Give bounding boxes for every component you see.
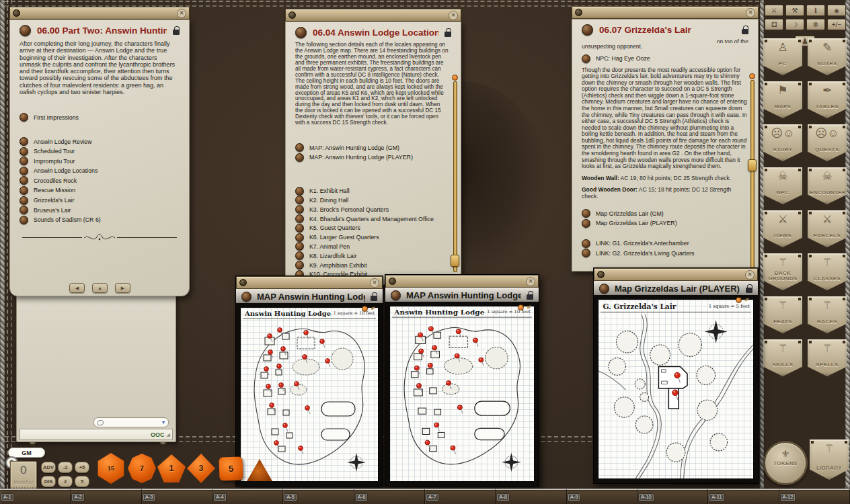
lock-icon[interactable] — [445, 32, 451, 37]
map-link[interactable]: Map Grizzeldas Lair (PLAYER) — [582, 219, 748, 228]
story-link[interactable]: Sounds of Sadism (CR 6) — [20, 216, 180, 224]
library-button[interactable]: ⚚ LIBRARY — [810, 439, 849, 480]
link-bullet-icon[interactable] — [295, 205, 304, 214]
hotkey-slot[interactable]: A-4 — [212, 489, 283, 504]
d12-die[interactable]: 7 — [128, 454, 156, 483]
close-icon[interactable]: ✕ — [177, 9, 186, 18]
link-bullet-icon[interactable] — [295, 196, 304, 204]
link-bullet-icon[interactable] — [20, 206, 28, 214]
hotkey-slot[interactable]: A-1 — [0, 489, 71, 504]
story-link[interactable]: K6. Larger Guest Quarters — [295, 233, 451, 242]
close-icon[interactable]: ✕ — [526, 277, 535, 286]
link-bullet-icon[interactable] — [582, 219, 590, 228]
toolbar-button[interactable]: ⚃ — [765, 19, 783, 30]
story-link[interactable]: K3. Brock's Personal Quarters — [295, 205, 451, 214]
chat-dropdown-caret-icon[interactable]: ▾ — [162, 420, 165, 425]
story-link[interactable]: Scheduled Tour — [20, 147, 180, 156]
link-bullet-icon[interactable] — [295, 242, 304, 251]
map-canvas[interactable]: Answin Hunting Lodge 1 square = 10 feet — [390, 306, 534, 481]
story-link[interactable]: K8. Lizardfolk Lair — [295, 251, 451, 260]
hotkey-slot[interactable]: A-9 — [567, 489, 638, 504]
scroll-pin-icon[interactable] — [749, 73, 755, 79]
close-icon[interactable]: ✕ — [449, 11, 458, 20]
story-link[interactable]: First Impressions — [20, 113, 180, 122]
story-shortcut-icon[interactable] — [582, 24, 593, 36]
story-link[interactable]: K1. Exhibit Hall — [295, 187, 451, 196]
story-link[interactable]: Rescue Mission — [20, 186, 180, 195]
sidebar-banner-button[interactable]: ♙ PC — [763, 38, 802, 75]
scrollbar-track[interactable] — [750, 80, 755, 268]
pointer-pin-icon[interactable] — [736, 297, 742, 303]
toolbar-button[interactable]: +/− — [827, 19, 846, 30]
draw-quill-icon[interactable]: ✒ — [369, 304, 377, 312]
scrollbar-thumb[interactable] — [748, 159, 757, 171]
lock-icon[interactable] — [527, 294, 533, 300]
sidebar-banner-button[interactable]: ✎ NOTES — [808, 38, 847, 75]
story-link[interactable]: K7. Animal Pen — [295, 242, 451, 251]
sidebar-banner-button[interactable]: ⚑ MAPS — [763, 81, 802, 118]
pointer-pin-icon[interactable] — [362, 306, 368, 312]
window-menu-icon[interactable] — [13, 9, 20, 17]
story-link[interactable]: K9. Amphibian Exhibit — [295, 261, 451, 269]
link-bullet-icon[interactable] — [20, 167, 28, 175]
sidebar-banner-button[interactable]: ⚚ SKILLS — [763, 339, 802, 376]
link-bullet-icon[interactable] — [20, 216, 28, 224]
draw-quill-icon[interactable]: ✒ — [525, 303, 533, 311]
story-link[interactable]: Bruseus's Lair — [20, 206, 180, 214]
link-bullet-icon[interactable] — [295, 251, 304, 260]
hotkey-slot[interactable]: A-11 — [708, 489, 779, 504]
scrollbar-thumb[interactable] — [451, 255, 459, 267]
window-titlebar[interactable]: ✕ — [236, 276, 383, 289]
story-link[interactable]: Answin Lodge Review — [20, 137, 180, 146]
modifier-button[interactable]: DIS — [41, 476, 56, 487]
link-bullet-icon[interactable] — [582, 249, 590, 257]
sidebar-banner-button[interactable]: ⚚ RACES — [808, 296, 847, 333]
map-canvas[interactable]: G. Grizzelda's Lair 1 square = 5 feet — [598, 300, 753, 478]
link-bullet-icon[interactable] — [582, 209, 590, 218]
sidebar-banner-button[interactable]: ☠ ENCOUNTERS — [808, 167, 847, 204]
modifier-button[interactable]: 5 — [75, 476, 89, 487]
map-link[interactable]: Map Grizzeldas Lair (GM) — [582, 209, 748, 218]
lock-icon[interactable] — [742, 29, 748, 34]
link-bullet-icon[interactable] — [582, 239, 590, 248]
sidebar-banner-button[interactable]: ☠ NPC — [763, 167, 802, 204]
map-shortcut-icon[interactable] — [599, 284, 609, 294]
link-bullet-icon[interactable] — [20, 157, 28, 165]
link-bullet-icon[interactable] — [295, 224, 304, 233]
lock-icon[interactable] — [173, 30, 180, 35]
d6-die[interactable]: 5 — [219, 456, 243, 480]
sidebar-banner-button[interactable]: ✒ TABLES — [808, 81, 847, 118]
link-bullet-icon[interactable] — [20, 137, 28, 146]
toolbar-button[interactable]: ⚔ — [765, 5, 783, 16]
story-link[interactable]: LINK: G2. Grizzelda's Living Quarters — [582, 249, 748, 257]
window-menu-icon[interactable] — [239, 279, 247, 286]
lock-icon[interactable] — [371, 296, 377, 301]
window-menu-icon[interactable] — [575, 9, 582, 16]
sidebar-banner-button[interactable]: ⚚ BACK GROUNDS — [763, 253, 802, 290]
hotkey-slot[interactable]: A-5 — [283, 489, 354, 504]
story-shortcut-icon[interactable] — [20, 25, 31, 36]
map-link[interactable]: MAP: Answin Hunting Lodge (GM) — [295, 143, 451, 152]
hotkey-slot[interactable]: A-2 — [71, 489, 141, 504]
d10-die[interactable]: 1 — [157, 454, 186, 482]
link-bullet-icon[interactable] — [295, 153, 304, 162]
link-bullet-icon[interactable] — [20, 186, 28, 195]
window-titlebar[interactable]: ✕ — [285, 9, 461, 22]
sidebar-banner-button[interactable]: ⚚ CLASSES — [808, 253, 847, 290]
window-menu-icon[interactable] — [597, 271, 605, 278]
story-link[interactable]: K2. Dining Hall — [295, 196, 451, 204]
story-link[interactable]: K4. Bhanda's Quarters and Management Off… — [295, 214, 451, 223]
sidebar-banner-button[interactable]: ⚚ FEATS — [763, 296, 802, 333]
link-bullet-icon[interactable] — [295, 261, 304, 269]
sidebar-banner-button[interactable]: ☹☺ QUESTS — [808, 124, 847, 161]
chat-entry-field[interactable]: ▾ — [93, 417, 169, 427]
link-bullet-icon[interactable] — [295, 214, 304, 223]
map-link[interactable]: MAP: Answin Hunting Lodge (PLAYER) — [295, 153, 451, 162]
story-link[interactable]: Grizzelda's Lair — [20, 196, 180, 205]
link-bullet-icon[interactable] — [20, 176, 28, 185]
nav-up-button[interactable]: ▲ — [92, 283, 108, 293]
hotkey-slot[interactable]: A-3 — [142, 489, 212, 504]
scrollbar-track[interactable] — [453, 81, 457, 272]
ooc-mode-label[interactable]: OOC — [151, 431, 165, 438]
toolbar-button[interactable]: ⚙ — [806, 19, 825, 30]
